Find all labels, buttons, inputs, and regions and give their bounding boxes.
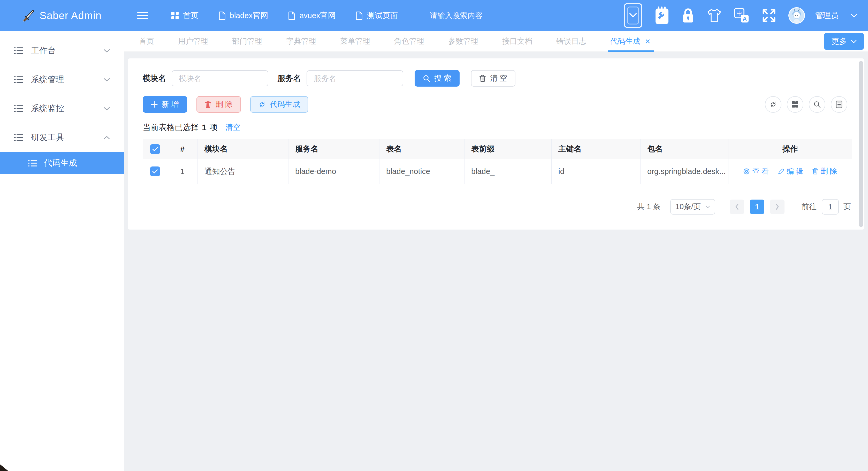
app-header: Saber Admin 首页	[0, 0, 868, 31]
module-name-label: 模块名	[143, 73, 166, 84]
goto-label: 前往	[802, 201, 816, 212]
next-page-button[interactable]	[770, 199, 784, 214]
pagination: 共 1 条 10条/页 1 前往 页	[143, 199, 851, 215]
tab-home[interactable]: 首页	[139, 31, 154, 52]
fullscreen-icon[interactable]	[762, 8, 776, 23]
sidebar-item-system-monitor[interactable]: 系统监控	[0, 94, 124, 123]
page-unit-label: 页	[843, 201, 851, 212]
user-menu-chevron-icon[interactable]	[850, 13, 858, 18]
app-title: Saber Admin	[39, 10, 101, 22]
sidebar-item-label: 系统监控	[31, 103, 96, 114]
tab-dept-management[interactable]: 部门管理	[232, 31, 262, 52]
chevron-down-icon	[103, 107, 110, 111]
selection-prefix: 当前表格已选择	[143, 122, 199, 133]
topnav-avuex-site[interactable]: avuex官网	[288, 10, 336, 21]
topnav-test-page[interactable]: 测试页面	[356, 10, 398, 21]
filter-row: 模块名 服务名 搜 索 清 空	[143, 70, 851, 86]
column-header-prefix: 表前缀	[465, 139, 552, 159]
cell-module: 通知公告	[198, 159, 288, 184]
density-circle-button[interactable]	[831, 96, 847, 113]
document-icon	[288, 11, 295, 20]
trash-icon	[205, 100, 212, 108]
list-icon	[14, 47, 23, 55]
prev-page-button[interactable]	[730, 199, 744, 214]
current-page-button[interactable]: 1	[750, 199, 764, 214]
search-icon	[423, 75, 430, 82]
cell-service: blade-demo	[288, 159, 379, 184]
selection-summary: 当前表格已选择 1 项 清空	[143, 122, 851, 133]
tab-user-management[interactable]: 用户管理	[178, 31, 208, 52]
clear-selection-link[interactable]: 清空	[225, 122, 240, 133]
cell-index: 1	[167, 159, 198, 184]
tab-role-management[interactable]: 角色管理	[394, 31, 424, 52]
chevron-up-icon	[103, 136, 110, 139]
data-table: # 模块名 服务名 表名 表前缀 主键名 包名 操作 1 通知公告 blade-…	[143, 139, 852, 184]
cell-primary-key: id	[552, 159, 641, 184]
tab-menu-management[interactable]: 菜单管理	[340, 31, 370, 52]
code-generate-button[interactable]: 代码生成	[250, 96, 308, 113]
tab-param-management[interactable]: 参数管理	[448, 31, 478, 52]
logo[interactable]: Saber Admin	[0, 0, 124, 31]
top-nav: 首页 bladex官网 avuex官网	[171, 10, 398, 21]
avatar[interactable]	[788, 7, 805, 24]
select-all-checkbox[interactable]	[150, 144, 160, 154]
column-settings-circle-button[interactable]	[787, 96, 803, 113]
search-icon	[813, 101, 821, 108]
delete-button[interactable]: 删 除	[196, 96, 241, 113]
sidebar-item-workbench[interactable]: 工作台	[0, 36, 124, 65]
table-row[interactable]: 1 通知公告 blade-demo blade_notice blade_ id…	[143, 159, 852, 184]
more-button[interactable]: 更多	[824, 33, 864, 50]
cell-prefix: blade_	[465, 159, 552, 184]
collapse-panel-button[interactable]	[623, 3, 643, 28]
tabbar: 首页 用户管理 部门管理 字典管理 菜单管理 角色管理 参数管理 接口文档 错误…	[124, 31, 868, 52]
topnav-bladex-site[interactable]: bladex官网	[219, 10, 268, 21]
cell-actions: 查 看 编 辑	[728, 159, 852, 184]
user-name[interactable]: 管理员	[815, 10, 839, 21]
language-translate-icon[interactable]: 中 A	[734, 7, 750, 24]
sidebar-item-label: 代码生成	[44, 157, 77, 169]
edit-row-link[interactable]: 编 辑	[778, 166, 803, 176]
theme-tshirt-icon[interactable]	[707, 8, 722, 23]
page-size-select[interactable]: 10条/页	[670, 199, 715, 215]
sidebar: 工作台 系统管理 系统监控	[0, 31, 124, 471]
sidebar-item-system-management[interactable]: 系统管理	[0, 65, 124, 94]
card-scrollbar[interactable]	[859, 61, 863, 227]
pagination-total: 共 1 条	[637, 201, 660, 212]
sidebar-item-code-generation-active[interactable]: 代码生成	[0, 152, 124, 174]
chevron-down-icon	[851, 40, 857, 43]
list-icon	[28, 159, 37, 167]
scrollbar-thumb[interactable]	[859, 61, 863, 227]
plus-icon	[151, 101, 158, 108]
tab-api-docs[interactable]: 接口文档	[502, 31, 532, 52]
refresh-circle-button[interactable]	[765, 96, 781, 113]
row-checkbox[interactable]	[150, 166, 160, 176]
tab-error-log[interactable]: 错误日志	[556, 31, 586, 52]
topnav-label: 测试页面	[367, 10, 398, 21]
delete-row-link[interactable]: 删 除	[812, 166, 837, 176]
chevron-down-icon	[103, 78, 110, 82]
topnav-home[interactable]: 首页	[171, 10, 198, 21]
goto-page-input[interactable]	[822, 199, 839, 215]
hamburger-menu-icon[interactable]	[137, 11, 148, 20]
view-row-link[interactable]: 查 看	[743, 166, 769, 176]
column-header-service: 服务名	[288, 139, 379, 159]
log-tools-icon[interactable]	[654, 6, 670, 25]
close-tab-icon[interactable]	[646, 39, 650, 44]
grid-icon	[171, 12, 179, 20]
document-icon	[356, 11, 363, 20]
service-name-input[interactable]	[307, 70, 403, 86]
sidebar-menu: 工作台 系统管理 系统监控	[0, 31, 124, 174]
tab-code-generation-active[interactable]: 代码生成	[610, 31, 650, 52]
module-name-input[interactable]	[172, 70, 268, 86]
add-button[interactable]: 新 增	[143, 96, 187, 113]
header-search-input[interactable]	[430, 11, 541, 20]
column-header-table: 表名	[379, 139, 465, 159]
tab-dict-management[interactable]: 字典管理	[286, 31, 316, 52]
clear-button[interactable]: 清 空	[471, 70, 516, 87]
search-button[interactable]: 搜 索	[414, 70, 460, 87]
table-header-row: # 模块名 服务名 表名 表前缀 主键名 包名 操作	[143, 139, 852, 159]
sidebar-item-dev-tools[interactable]: 研发工具	[0, 123, 124, 152]
refresh-icon	[770, 101, 777, 108]
lock-icon[interactable]	[681, 7, 695, 24]
search-toggle-circle-button[interactable]	[809, 96, 825, 113]
